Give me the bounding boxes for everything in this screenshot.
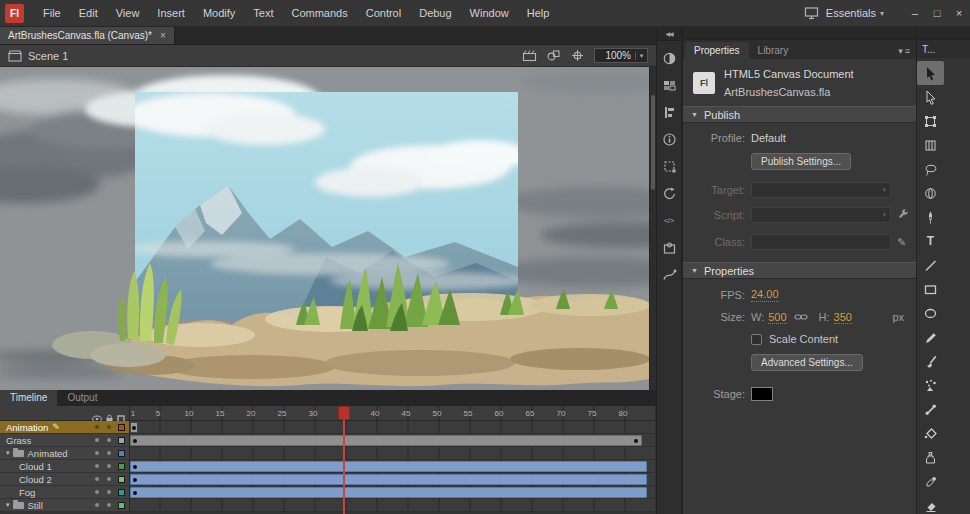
pen-tool[interactable] (917, 205, 944, 229)
folder-expander-icon[interactable]: ▾ (6, 449, 10, 457)
scrollbar-thumb[interactable] (651, 95, 655, 190)
folder-expander-icon[interactable]: ▾ (6, 501, 10, 509)
menu-help[interactable]: Help (518, 0, 559, 26)
menu-text[interactable]: Text (244, 0, 282, 26)
edit-scene-icon[interactable] (522, 49, 537, 62)
publish-section-header[interactable]: ▼ Publish (683, 106, 916, 123)
menu-file[interactable]: File (34, 0, 70, 26)
layer-row-animation[interactable]: Animation ✎ (0, 421, 656, 434)
layer-color-chip[interactable] (118, 450, 125, 457)
scale-content-checkbox[interactable] (751, 334, 762, 345)
visibility-dot[interactable] (95, 451, 99, 455)
layer-row-still-folder[interactable]: ▾ Still (0, 499, 656, 512)
layer-name-cell[interactable]: Grass (0, 434, 130, 447)
layer-color-chip[interactable] (118, 463, 125, 470)
menu-insert[interactable]: Insert (148, 0, 194, 26)
publish-settings-button[interactable]: Publish Settings... (751, 153, 851, 170)
document-tab[interactable]: ArtBrushesCanvas.fla (Canvas)* × (0, 27, 175, 44)
lock-dot[interactable] (107, 438, 111, 442)
visibility-dot[interactable] (95, 477, 99, 481)
restore-button[interactable]: □ (926, 1, 948, 26)
menu-view[interactable]: View (107, 0, 149, 26)
layer-color-chip[interactable] (118, 502, 125, 509)
bone-tool[interactable] (917, 397, 944, 421)
stage-color-swatch[interactable] (751, 387, 773, 401)
workspace-caret-icon[interactable]: ▾ (880, 9, 884, 18)
layer-color-chip[interactable] (118, 489, 125, 496)
frames-track[interactable] (130, 447, 656, 460)
brush-tool[interactable] (917, 349, 944, 373)
stage-canvas[interactable] (0, 67, 656, 390)
frames-track[interactable] (130, 486, 656, 499)
transform-panel-icon[interactable] (661, 158, 677, 174)
frames-track[interactable] (130, 460, 656, 473)
layer-name-cell[interactable]: Cloud 1 (0, 460, 130, 473)
tween-span[interactable] (130, 487, 647, 498)
visibility-dot[interactable] (95, 464, 99, 468)
lock-dot[interactable] (107, 425, 111, 429)
eraser-tool[interactable] (917, 493, 944, 514)
expand-dock-icon[interactable]: ◀◀ (657, 27, 681, 41)
tween-span[interactable] (130, 474, 647, 485)
rectangle-tool[interactable] (917, 277, 944, 301)
align-panel-icon[interactable] (661, 104, 677, 120)
tween-span[interactable] (130, 461, 647, 472)
advanced-settings-button[interactable]: Advanced Settings... (751, 354, 863, 371)
visibility-dot[interactable] (95, 490, 99, 494)
selection-tool[interactable] (917, 61, 944, 85)
layer-name-cell[interactable]: ▾ Still (0, 499, 130, 512)
deco-tool[interactable] (917, 373, 944, 397)
playhead-handle[interactable] (338, 406, 350, 420)
layer-row-cloud1[interactable]: Cloud 1 (0, 460, 656, 473)
layer-name-cell[interactable]: Cloud 2 (0, 473, 130, 486)
color-panel-icon[interactable] (661, 50, 677, 66)
menu-commands[interactable]: Commands (282, 0, 356, 26)
pencil-tool[interactable] (917, 325, 944, 349)
info-panel-icon[interactable] (661, 131, 677, 147)
zoom-caret-icon[interactable]: ▾ (635, 52, 647, 60)
scene-breadcrumb[interactable]: Scene 1 (8, 50, 68, 62)
layer-color-chip[interactable] (118, 424, 125, 431)
3d-rotation-tool[interactable] (917, 181, 944, 205)
close-button[interactable]: × (948, 1, 970, 26)
lock-dot[interactable] (107, 490, 111, 494)
layer-name-cell[interactable]: Animation ✎ (0, 421, 130, 434)
line-tool[interactable] (917, 253, 944, 277)
layer-name-cell[interactable]: ▾ Animated (0, 447, 130, 460)
lock-dot[interactable] (107, 477, 111, 481)
tab-library[interactable]: Library (749, 42, 798, 59)
frame-span[interactable] (130, 435, 642, 446)
workspace-switcher-icon[interactable] (804, 6, 819, 20)
lock-dot[interactable] (107, 464, 111, 468)
width-value[interactable]: 500 (768, 311, 786, 325)
lock-dot[interactable] (107, 503, 111, 507)
text-tool[interactable]: T (917, 229, 944, 253)
keyframe-cell[interactable] (130, 422, 138, 433)
history-panel-icon[interactable] (661, 185, 677, 201)
menu-edit[interactable]: Edit (70, 0, 107, 26)
lock-dot[interactable] (107, 451, 111, 455)
layer-row-fog[interactable]: Fog (0, 486, 656, 499)
frames-track[interactable] (130, 421, 656, 434)
layer-name-cell[interactable]: Fog (0, 486, 130, 499)
zoom-level-select[interactable]: 100% ▾ (594, 48, 648, 63)
layer-row-grass[interactable]: Grass (0, 434, 656, 447)
link-width-height-icon[interactable] (794, 313, 808, 321)
code-snippets-panel-icon[interactable]: </> (661, 212, 677, 228)
tab-close-icon[interactable]: × (160, 30, 166, 41)
paint-bucket-tool[interactable] (917, 421, 944, 445)
tab-properties[interactable]: Properties (685, 42, 749, 59)
eyedropper-tool[interactable] (917, 469, 944, 493)
menu-modify[interactable]: Modify (194, 0, 244, 26)
tab-timeline[interactable]: Timeline (0, 390, 57, 406)
frames-track[interactable] (130, 473, 656, 486)
ink-bottle-tool[interactable] (917, 445, 944, 469)
panel-menu-icon[interactable]: ▾≡ (892, 46, 916, 59)
menu-debug[interactable]: Debug (410, 0, 460, 26)
layer-row-animated-folder[interactable]: ▾ Animated (0, 447, 656, 460)
visibility-dot[interactable] (95, 425, 99, 429)
visibility-dot[interactable] (95, 503, 99, 507)
subselection-tool[interactable] (917, 85, 944, 109)
edit-symbols-icon[interactable] (546, 49, 561, 62)
height-value[interactable]: 350 (834, 311, 852, 325)
